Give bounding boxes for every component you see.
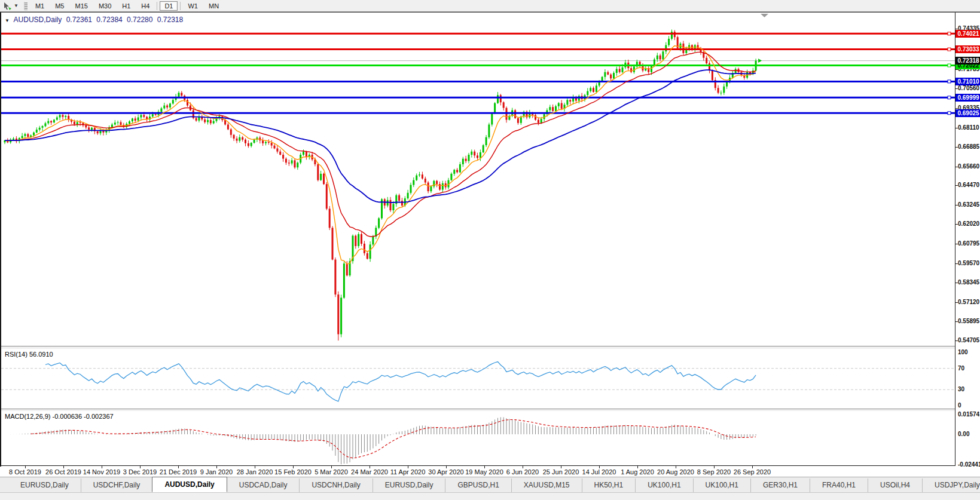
chart-tab-ger30-h1[interactable]: GER30,H1: [750, 478, 810, 492]
timeframe-button-m1[interactable]: M1: [30, 1, 49, 11]
cursor-icon: [3, 2, 12, 10]
chart-tab-usdcnh-daily[interactable]: USDCNH,Daily: [299, 478, 372, 492]
timeframe-button-m5[interactable]: M5: [50, 1, 69, 11]
chart-tab-usoil-h4[interactable]: USOil,H4: [868, 478, 922, 492]
price-tick: [955, 283, 958, 283]
price-tick: [955, 167, 958, 167]
chart-tab-eurusd-daily[interactable]: EURUSD,Daily: [373, 478, 445, 492]
status-strip: [0, 492, 980, 500]
price-tick: [955, 205, 958, 205]
price-tick-label: 0.66885: [958, 143, 980, 150]
price-tick: [955, 302, 958, 303]
chart-tab-uk100-h1[interactable]: UK100,H1: [635, 478, 692, 492]
price-level-badge: 0.73033: [955, 45, 980, 53]
chart-window: ▼ AUDUSD,Daily 0.72361 0.72384 0.72280 0…: [0, 12, 980, 467]
toolbar-separator: [157, 2, 157, 10]
price-tick: [955, 224, 958, 225]
timeframe-button-mn[interactable]: MN: [204, 1, 224, 11]
chart-tab-gbpusd-h1[interactable]: GBPUSD,H1: [445, 478, 511, 492]
price-tick-label: 0.68110: [958, 124, 980, 131]
chart-tab-usdcad-daily[interactable]: USDCAD,Daily: [227, 478, 300, 492]
price-tick-label: 0.63245: [958, 201, 980, 208]
mt4-terminal: ▼ M1M5M15M30H1H4D1W1MN ▼ AUDUSD,Daily 0.…: [0, 0, 980, 500]
cursor-tool-button[interactable]: ▼: [1, 1, 20, 11]
timeframe-button-d1[interactable]: D1: [160, 1, 178, 11]
rsi-tick-label: 0: [958, 402, 980, 409]
chart-tabs-bar: EURUSD,DailyUSDCHF,DailyAUDUSD,DailyUSDC…: [0, 477, 980, 492]
price-level-badge: 0.69025: [955, 109, 980, 117]
chart-symbol-label: AUDUSD,Daily: [14, 16, 62, 24]
macd-label: MACD(12,26,9) -0.000636 -0.002367: [5, 413, 114, 420]
collapse-triangle-icon[interactable]: ▼: [5, 18, 10, 23]
price-tick: [955, 244, 958, 244]
price-tick-label: 0.54705: [958, 337, 980, 343]
rsi-tick-label: 100: [958, 349, 980, 355]
time-axis[interactable]: 8 Oct 201926 Oct 201914 Nov 20193 Dec 20…: [1, 466, 955, 477]
price-level-badge: 0.74021: [955, 30, 980, 38]
macd-tick-label: 0.015741: [958, 411, 980, 418]
price-tick: [955, 263, 958, 264]
chart-tab-hk50-h1[interactable]: HK50,H1: [582, 478, 636, 492]
chart-tab-usdchf-daily[interactable]: USDCHF,Daily: [81, 478, 152, 492]
chevron-down-icon: ▼: [14, 3, 19, 8]
rsi-chart-canvas[interactable]: [1, 349, 955, 409]
chart-tab-eurusd-daily[interactable]: EURUSD,Daily: [8, 478, 81, 492]
price-tick: [955, 185, 958, 186]
timeframe-button-w1[interactable]: W1: [183, 1, 203, 11]
chart-tab-uk100-h1[interactable]: UK100,H1: [693, 478, 750, 492]
price-tick: [955, 321, 958, 322]
price-tick: [955, 88, 958, 89]
ohlc-low: 0.72280: [127, 16, 152, 24]
chart-tab-xauusd-m15[interactable]: XAUUSD,M15: [511, 478, 582, 492]
rsi-tick-label: 30: [958, 386, 980, 392]
ohlc-high: 0.72384: [96, 16, 122, 24]
toolbar-grip-icon: [24, 2, 28, 10]
macd-tick-label: -0.024412: [958, 461, 980, 468]
timeframe-button-m30[interactable]: M30: [94, 1, 116, 11]
price-tick: [955, 29, 958, 29]
macd-chart-canvas[interactable]: [1, 411, 955, 466]
price-level-badge: 0.69999: [955, 94, 980, 102]
timeframe-button-m15[interactable]: M15: [70, 1, 92, 11]
price-tick-label: 0.65660: [958, 163, 980, 170]
price-tick-label: 0.57120: [958, 299, 980, 305]
chart-tab-fra40-h1[interactable]: FRA40,H1: [810, 478, 868, 492]
chart-tab-usdjpy-daily[interactable]: USDJPY,Daily: [922, 478, 980, 492]
macd-tick-label: 0.00: [958, 431, 980, 437]
price-tick-label: 0.64470: [958, 182, 980, 188]
price-tick-label: 0.60795: [958, 240, 980, 247]
price-tick-label: 0.55895: [958, 318, 980, 324]
price-level-badge: 0.71010: [955, 78, 980, 85]
price-tick-label: 0.70560: [958, 85, 980, 91]
ohlc-open: 0.72361: [66, 16, 92, 24]
toolbar-separator: [180, 2, 181, 10]
price-tick: [955, 128, 958, 128]
price-tick-label: 0.62020: [958, 220, 980, 227]
rsi-label: RSI(14) 56.0910: [5, 351, 53, 358]
chart-title: ▼ AUDUSD,Daily 0.72361 0.72384 0.72280 0…: [5, 16, 185, 24]
price-tick: [955, 341, 958, 341]
current-price-badge: 0.72318: [955, 57, 980, 65]
price-tick: [955, 147, 958, 148]
price-tick-label: 0.58345: [958, 279, 980, 286]
price-tick: [955, 69, 958, 70]
price-tick-label: 0.59570: [958, 260, 980, 266]
timeframe-button-h1[interactable]: H1: [117, 1, 135, 11]
date-label: 26 Sep 2020: [725, 468, 779, 476]
timeframe-toolbar: ▼ M1M5M15M30H1H4D1W1MN: [0, 0, 980, 12]
chart-tab-audusd-daily[interactable]: AUDUSD,Daily: [152, 477, 227, 492]
timeframe-button-h4[interactable]: H4: [136, 1, 154, 11]
rsi-tick-label: 70: [958, 365, 980, 372]
main-chart-canvas[interactable]: [1, 14, 955, 346]
ohlc-close: 0.72318: [157, 16, 183, 24]
